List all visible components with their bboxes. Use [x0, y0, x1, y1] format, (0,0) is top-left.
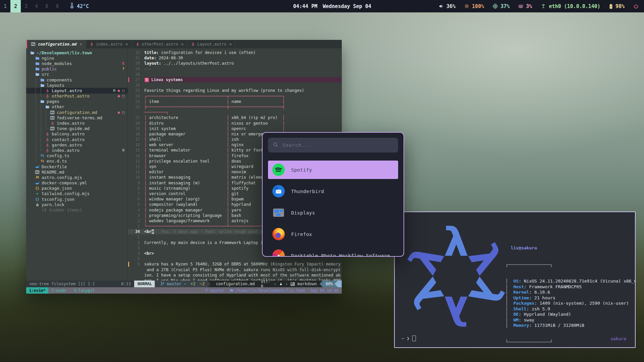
indent-guides [30, 66, 35, 71]
workspace-button-9[interactable]: 9 [52, 0, 62, 12]
tree-item-Dockerfile[interactable]: Dockerfile [26, 164, 127, 169]
tree-item-label: env.d.ts [47, 159, 67, 164]
launcher-entry-displays[interactable]: Displays [268, 203, 398, 222]
launcher-entry-spotify[interactable]: Spotify [268, 161, 398, 179]
terminal-cursor [412, 336, 416, 341]
launcher-entry-firefox[interactable]: Firefox [268, 225, 398, 243]
tab-close-icon[interactable]: × [125, 42, 128, 47]
workspace-button-8[interactable]: 8 [42, 0, 52, 12]
tree-item-fediverse-terms.md[interactable]: │ │ │ fediverse-terms.md [26, 115, 127, 120]
shell-prompt[interactable]: ~ ❯ [401, 336, 416, 341]
line-content: │ distro │ nixos or gentoo │ [144, 120, 342, 126]
line-content: --- [144, 66, 342, 72]
tree-item-nodemodules[interactable]: node_modulesE [26, 61, 127, 66]
tree-item-pages[interactable]: │ pages [26, 99, 127, 104]
tree-item-label: Layout.astro [52, 88, 82, 93]
app-launcher: SpotifyThunderbirdDisplaysFirefoxDarktab… [262, 132, 404, 257]
buffer-line: 23│ item │ name │ [128, 99, 342, 104]
tree-item-index.astro[interactable]: │ └ index.astroH [26, 147, 127, 153]
tab-close-icon[interactable]: × [181, 42, 183, 47]
tree-item-garden.astro[interactable]: │ │ garden.astro [26, 142, 127, 147]
tab-close-icon[interactable]: × [229, 42, 232, 47]
tmux-clock: Sep 04 16:44 [311, 288, 338, 293]
tree-item-yarn.lock[interactable]: yarn.lock [26, 202, 127, 207]
tab-otherPost.astro[interactable]: otherPost.astro× [132, 40, 188, 48]
line-content: layout: ../../layouts/otherPost.astro [144, 61, 342, 66]
tree-item-balcony.astro[interactable]: │ │ balcony.astro [26, 131, 127, 137]
line-number: 19 [128, 126, 144, 131]
folder-icon [35, 56, 40, 60]
line-number: 14 [128, 153, 144, 159]
tree-item-docker-compose.yml[interactable]: docker-compose.yml [26, 180, 127, 186]
fetch-user-host: liv@sakura [505, 245, 636, 251]
line-number: 1 [128, 234, 144, 240]
workspace-button-4[interactable]: 4 [31, 0, 42, 12]
workspace-button-2[interactable]: 2 [10, 0, 21, 12]
battery-icon [609, 4, 613, 9]
tree-item-components[interactable]: │ components [26, 77, 127, 82]
search-input[interactable] [282, 142, 393, 148]
astro-icon [136, 42, 140, 46]
tree-item-src[interactable]: src [26, 72, 127, 77]
line-content: date: 2024-08-30 [144, 55, 342, 61]
md-icon [50, 127, 55, 130]
brightness-value: 100% [472, 3, 484, 9]
tree-item-~Developmentliv.town[interactable]: ~/Development/liv.town [26, 50, 127, 55]
tree-item-index.astro[interactable]: │ │ │ index.astro [26, 120, 127, 126]
workspace-button-1[interactable]: 1 [0, 0, 10, 12]
tree-item-astro.config.mjs[interactable]: JSastro.config.mjs [26, 175, 127, 180]
line-number: 30 [128, 61, 144, 66]
indent-guides [30, 197, 35, 202]
tree-item-config.ts[interactable]: │ TSconfig.ts [26, 153, 127, 159]
tree-item-tone-guide.md[interactable]: │ │ └ tone-guide.md [26, 126, 127, 131]
memory-icon [518, 4, 523, 9]
buffer-line: 31date: 2024-08-30 [128, 55, 342, 61]
line-number [128, 110, 144, 115]
hostname-label: sakura [610, 336, 626, 341]
tab-Layout.astro[interactable]: Layout.astro× [187, 40, 236, 48]
indent-guides: │ │ [30, 142, 45, 147]
tab-close-icon[interactable]: × [80, 42, 82, 47]
tmux-window-1:nvim[interactable]: 1:nvim* [26, 287, 48, 294]
git-branch-icon [205, 288, 209, 293]
cpu-widget: 37% [493, 3, 509, 9]
tree-item-tailwind.config.mjs[interactable]: ≈tailwind.config.mjs [26, 191, 127, 196]
tab-index.astro[interactable]: index.astro× [86, 40, 132, 48]
tree-item-public[interactable]: public? [26, 66, 127, 72]
tree-item-package.json[interactable]: {}package.json [26, 186, 127, 191]
tmux-window-2:node[interactable]: 2:node- [48, 287, 70, 294]
tree-item-otherPost.astro[interactable]: │ └ otherPost.astro●□ [26, 94, 127, 99]
launcher-search-box[interactable] [268, 138, 398, 153]
tmux-window-3:lazygit[interactable]: 3:lazygit [71, 287, 98, 294]
power-button[interactable] [633, 4, 639, 9]
tree-item-Layout.astro[interactable]: │ │ Layout.astroH●□ [26, 88, 127, 93]
tree-item-label: garden.astro [52, 142, 82, 147]
tree-item-README.md[interactable]: README.md [26, 169, 127, 175]
tab-configuration.md[interactable]: configuration.md× [27, 40, 86, 48]
line-number: 10 [128, 175, 144, 180]
tree-item-nginx[interactable]: nginx [26, 55, 127, 61]
line-number: 3 [128, 213, 144, 218]
tree-item-6hiddenitems[interactable]: (6 hidden items) [26, 207, 127, 213]
buffer-line: 28 [128, 72, 342, 77]
clock-widget: 04:44 PM Wednesday Sep 04 [293, 0, 371, 12]
launcher-entry-darktable[interactable]: Darktable Photo Workflow Software [268, 246, 398, 257]
buffer-line: 21│ architecture │ x86_64 (rip m2 pro) │ [128, 115, 342, 120]
tree-item-configuration.md[interactable]: │ │ │ configuration.md●□ [26, 110, 127, 115]
tree-item-other[interactable]: │ │ other [26, 104, 127, 110]
tmux-statusbar: 1:nvim*2:node-3:lazygit master /home/liv… [26, 287, 342, 294]
buffer-line: 24┌─────────────────────────────────┬───… [128, 94, 342, 99]
line-content: ┌─────────────────────────────────┬─────… [144, 94, 342, 99]
fetch-field-kernel: │ Kernel: 6.10.6 [505, 290, 636, 295]
tree-item-layouts[interactable]: │ layouts [26, 82, 127, 88]
tree-item-tsconfig.json[interactable]: {}tsconfig.json [26, 196, 127, 202]
tree-item-env.d.ts[interactable]: └ TSenv.d.ts [26, 159, 127, 164]
tree-item-label: fediverse-terms.md [57, 115, 102, 120]
battery-widget: 98% [609, 3, 625, 9]
line-number: 7 [128, 191, 144, 196]
tree-item-contact.astro[interactable]: │ │ contact.astro [26, 137, 127, 142]
whale-icon [35, 165, 40, 168]
indent-guides [30, 186, 35, 191]
launcher-entry-thunderbird[interactable]: Thunderbird [268, 182, 398, 200]
workspace-button-3[interactable]: 3 [21, 0, 31, 12]
